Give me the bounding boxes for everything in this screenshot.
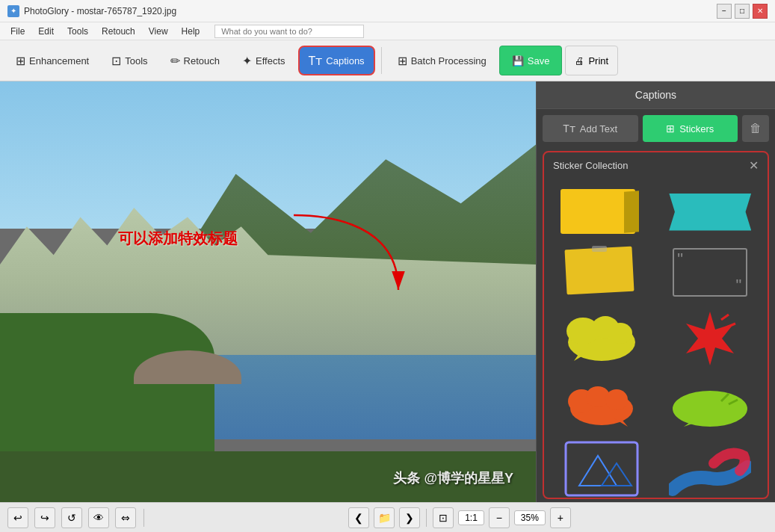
menu-help[interactable]: Help [176, 25, 206, 38]
effects-icon: ✦ [242, 54, 252, 68]
sticker-yellow-note[interactable] [549, 244, 655, 301]
captions-button[interactable]: Tᴛ Captions [298, 46, 375, 75]
menu-view[interactable]: View [143, 25, 174, 38]
svg-line-7 [721, 315, 729, 320]
sticker-paint-brush[interactable] [658, 436, 764, 499]
add-text-tab[interactable]: Tᴛ Add Text [543, 115, 638, 142]
batch-icon: ⊞ [398, 54, 407, 68]
menu-file[interactable]: File [4, 25, 31, 38]
tools-icon: ⊡ [111, 54, 121, 68]
add-text-icon: Tᴛ [563, 123, 575, 134]
window-controls: − □ ✕ [717, 4, 768, 19]
retouch-icon: ✏ [170, 54, 180, 68]
sticker-collection-header: Sticker Collection ✕ [544, 152, 768, 179]
zoom-in-button[interactable]: + [550, 507, 571, 528]
menu-tools[interactable]: Tools [61, 25, 94, 38]
sticker-collection-close[interactable]: ✕ [749, 158, 759, 173]
stickers-label: Stickers [679, 123, 714, 134]
annotation-arrow [279, 208, 413, 305]
captions-label: Captions [326, 55, 364, 66]
flip-button[interactable]: ⇔ [115, 507, 136, 528]
sticker-yellow-rect[interactable] [549, 183, 655, 241]
toolbar-divider [381, 47, 382, 74]
sticker-mountain[interactable] [549, 436, 655, 499]
paint-brush-svg [669, 441, 751, 497]
open-folder-button[interactable]: 📁 [374, 507, 395, 528]
fullscreen-button[interactable]: ⊡ [433, 507, 454, 528]
flip-icon: ⇔ [121, 512, 130, 524]
svg-marker-20 [602, 463, 632, 486]
image-scene [0, 81, 536, 502]
captions-icon: Tᴛ [309, 54, 323, 68]
menu-edit[interactable]: Edit [32, 25, 60, 38]
sticker-ellipse-green[interactable] [658, 376, 764, 433]
panel-title: Captions [635, 89, 676, 101]
effects-label: Effects [256, 55, 285, 66]
panel-header: Captions [537, 81, 775, 109]
zoom-in-icon: + [558, 512, 564, 524]
redo-button[interactable]: ↪ [34, 507, 55, 528]
close-button[interactable]: ✕ [753, 4, 768, 19]
bottom-center-controls: ❮ 📁 ❯ ⊡ 1:1 − 35% + [348, 507, 571, 528]
prev-image-button[interactable]: ❮ [348, 507, 369, 528]
delete-icon: 🗑 [750, 122, 762, 135]
effects-button[interactable]: ✦ Effects [232, 46, 295, 75]
mountain-svg [564, 441, 639, 497]
rotate-button[interactable]: ↺ [61, 507, 82, 528]
sticker-quote-box[interactable]: " " [658, 244, 764, 301]
svg-point-4 [608, 323, 632, 344]
zoom-ratio-display: 1:1 [458, 510, 484, 525]
batch-label: Batch Processing [411, 55, 487, 66]
prev-icon: ❮ [354, 512, 363, 524]
maximize-button[interactable]: □ [735, 4, 750, 19]
zoom-percent-display: 35% [514, 510, 546, 525]
retouch-button[interactable]: ✏ Retouch [161, 46, 229, 75]
undo-button[interactable]: ↩ [7, 507, 28, 528]
delete-button[interactable]: 🗑 [742, 115, 769, 142]
sticker-cloud-orange[interactable] [549, 376, 655, 433]
eye-icon: 👁 [93, 512, 104, 524]
next-icon: ❯ [405, 512, 414, 524]
watermark-text: 头条 @博学的星星Y [393, 469, 513, 487]
minimize-button[interactable]: − [717, 4, 732, 19]
main-toolbar: ⊞ Enhancement ⊡ Tools ✏ Retouch ✦ Effect… [0, 40, 775, 81]
save-label: Save [528, 55, 550, 66]
sticker-teal-banner[interactable] [658, 183, 764, 241]
tools-label: Tools [125, 55, 147, 66]
app-icon: ✦ [7, 5, 19, 17]
batch-processing-button[interactable]: ⊞ Batch Processing [388, 46, 496, 75]
main-content: 可以添加特效标题 头条 @博学的星星Y Captions Tᴛ Add Text [0, 81, 775, 502]
svg-rect-18 [566, 442, 637, 495]
folder-icon: 📁 [378, 512, 391, 524]
green-ellipse-svg [669, 380, 751, 429]
orange-cloud-svg [561, 380, 643, 429]
fullscreen-icon: ⊡ [439, 512, 448, 524]
stickers-icon: ⊞ [666, 123, 675, 134]
sticker-speech-cloud[interactable] [549, 304, 655, 373]
bottom-bar: ↩ ↪ ↺ 👁 ⇔ ❮ 📁 ❯ ⊡ 1:1 − 35% + [0, 502, 775, 532]
save-icon: 💾 [512, 55, 524, 66]
zoom-out-button[interactable]: − [489, 507, 510, 528]
menu-retouch[interactable]: Retouch [96, 25, 141, 38]
undo-icon: ↩ [13, 512, 22, 524]
eye-button[interactable]: 👁 [88, 507, 109, 528]
menu-bar: File Edit Tools Retouch View Help [0, 22, 775, 40]
sticker-starburst-red[interactable] [658, 304, 764, 373]
next-image-button[interactable]: ❯ [399, 507, 420, 528]
menu-search-input[interactable] [214, 25, 364, 38]
print-label: Print [588, 55, 608, 66]
sticker-collection-title: Sticker Collection [553, 160, 628, 171]
enhancement-button[interactable]: ⊞ Enhancement [6, 46, 99, 75]
enhancement-icon: ⊞ [16, 54, 25, 68]
print-button[interactable]: 🖨 Print [565, 46, 618, 75]
tools-button[interactable]: ⊡ Tools [102, 46, 157, 75]
canvas-area[interactable]: 可以添加特效标题 头条 @博学的星星Y [0, 81, 536, 502]
sticker-collection-container: Sticker Collection ✕ [543, 151, 769, 499]
bottom-separator-1 [143, 509, 144, 527]
redo-icon: ↪ [40, 512, 49, 524]
right-panel: Captions Tᴛ Add Text ⊞ Stickers 🗑 Sticke… [536, 81, 775, 502]
stickers-tab[interactable]: ⊞ Stickers [643, 115, 738, 142]
save-button[interactable]: 💾 Save [499, 46, 563, 75]
panel-tabs: Tᴛ Add Text ⊞ Stickers 🗑 [537, 109, 775, 148]
add-text-label: Add Text [580, 123, 617, 134]
